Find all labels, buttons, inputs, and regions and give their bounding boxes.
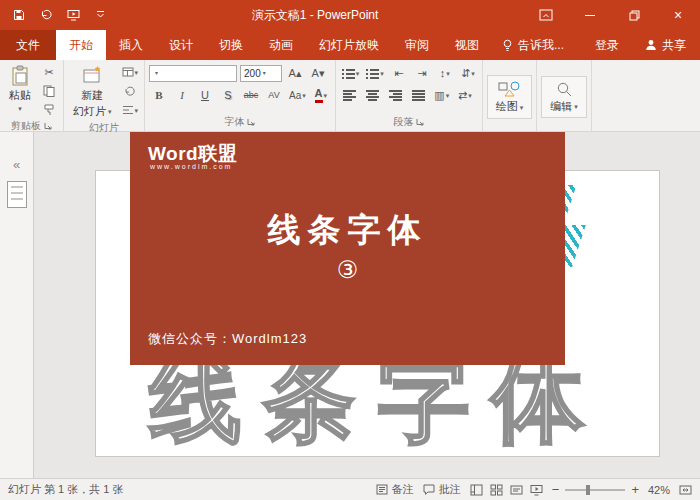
dialog-launcher-icon[interactable] (247, 118, 255, 126)
columns-icon: ▥ (434, 89, 444, 102)
chevron-down-icon: ▾ (324, 92, 328, 99)
notes-button[interactable]: 备注 (376, 482, 414, 497)
align-left-icon (343, 90, 356, 101)
paste-button[interactable]: 粘贴 ▾ (4, 63, 36, 114)
paragraph-group: ▾ ▾ ⇤ ⇥ ↕▾ ⇵▾ ▥▾ ⇄▾ (336, 60, 483, 131)
drawing-label: 绘图 (496, 100, 518, 114)
slides-group: 新建 幻灯片▾ ▾ ▾ 幻灯片 (64, 60, 145, 131)
chevron-down-icon: ▾ (471, 70, 475, 77)
share-button[interactable]: 共享 (631, 30, 700, 60)
justify-button[interactable] (409, 86, 429, 104)
card-number: ③ (130, 256, 565, 284)
character-spacing-button[interactable]: AV (264, 86, 284, 104)
collapse-pane-button[interactable]: « (13, 158, 20, 171)
increase-font-button[interactable]: A▴ (285, 64, 305, 82)
tab-file[interactable]: 文件 (0, 30, 56, 60)
format-painter-button[interactable] (39, 101, 59, 119)
align-left-button[interactable] (340, 86, 360, 104)
tab-review[interactable]: 审阅 (392, 30, 442, 60)
chevron-down-icon: ▾ (18, 105, 22, 112)
increase-indent-button[interactable]: ⇥ (412, 64, 432, 82)
tab-home[interactable]: 开始 (56, 30, 106, 60)
slide-sorter-view-button[interactable] (490, 484, 503, 496)
chevron-down-icon: ▾ (380, 70, 384, 77)
status-bar: 幻灯片 第 1 张，共 1 张 备注 批注 − + 42% (0, 478, 700, 500)
card-title: 线条字体 (130, 208, 565, 253)
normal-view-button[interactable] (470, 484, 483, 496)
underline-button[interactable]: U (195, 86, 215, 104)
slideshow-view-button[interactable] (530, 484, 543, 496)
ribbon-display-options-button[interactable] (524, 0, 568, 30)
editing-button[interactable]: 编辑▾ (541, 76, 587, 119)
tell-me-box[interactable]: 告诉我... (492, 30, 574, 60)
numbered-list-icon (366, 68, 379, 79)
comments-button[interactable]: 批注 (423, 482, 461, 497)
tab-view[interactable]: 视图 (442, 30, 492, 60)
tab-transitions[interactable]: 切换 (206, 30, 256, 60)
zoom-slider-thumb[interactable] (586, 485, 590, 495)
bullet-list-button[interactable]: ▾ (340, 64, 362, 82)
convert-smartart-button[interactable]: ⇄▾ (455, 86, 475, 104)
qat-customize-button[interactable] (88, 4, 112, 26)
copy-button[interactable] (39, 82, 59, 100)
zoom-out-button[interactable]: − (552, 483, 560, 496)
italic-button[interactable]: I (172, 86, 192, 104)
tab-animations[interactable]: 动画 (256, 30, 306, 60)
dialog-launcher-icon[interactable] (44, 122, 52, 130)
font-group-label: 字体 (224, 115, 244, 129)
tab-slideshow[interactable]: 幻灯片放映 (306, 30, 392, 60)
text-shadow-button[interactable]: S (218, 86, 238, 104)
change-case-button[interactable]: Aa▾ (287, 86, 308, 104)
undo-button[interactable] (34, 4, 58, 26)
drawing-button[interactable]: 绘图▾ (487, 75, 533, 119)
decrease-font-button[interactable]: A▾ (308, 64, 328, 82)
paste-label: 粘贴 (9, 89, 31, 103)
cut-button[interactable]: ✂ (39, 63, 59, 81)
zoom-in-button[interactable]: + (631, 483, 639, 496)
columns-button[interactable]: ▥▾ (432, 86, 452, 104)
tell-me-label: 告诉我... (518, 37, 564, 54)
dialog-launcher-icon[interactable] (416, 118, 424, 126)
tab-design[interactable]: 设计 (156, 30, 206, 60)
section-button[interactable]: ▾ (120, 101, 141, 119)
bold-button[interactable]: B (149, 86, 169, 104)
clipboard-group: 粘贴 ▾ ✂ 剪贴板 (0, 60, 64, 131)
zoom-level[interactable]: 42% (648, 484, 670, 496)
slide-thumbnail[interactable] (7, 181, 27, 208)
start-slideshow-button[interactable] (61, 4, 85, 26)
save-button[interactable] (7, 4, 31, 26)
new-slide-icon (82, 65, 102, 87)
window-title: 演示文稿1 - PowerPoint (120, 7, 510, 24)
font-size-combo[interactable]: 200 ▾ (240, 65, 282, 82)
minimize-button[interactable] (568, 0, 612, 30)
clipboard-group-label: 剪贴板 (11, 119, 41, 133)
new-slide-button[interactable]: 新建 幻灯片▾ (68, 63, 117, 121)
font-color-button[interactable]: A▾ (311, 86, 331, 104)
sign-in-button[interactable]: 登录 (583, 30, 631, 60)
align-right-button[interactable] (386, 86, 406, 104)
tab-insert[interactable]: 插入 (106, 30, 156, 60)
text-direction-button[interactable]: ⇵▾ (458, 64, 478, 82)
strikethrough-button[interactable]: abc (241, 86, 261, 104)
close-button[interactable]: × (656, 0, 700, 30)
align-center-button[interactable] (363, 86, 383, 104)
scissors-icon: ✂ (44, 66, 53, 79)
justify-icon (412, 90, 425, 101)
line-spacing-button[interactable]: ↕▾ (435, 64, 455, 82)
decrease-indent-button[interactable]: ⇤ (389, 64, 409, 82)
chevron-down-icon: ▾ (263, 70, 266, 76)
restore-button[interactable] (612, 0, 656, 30)
copy-icon (43, 85, 55, 97)
layout-button[interactable]: ▾ (120, 63, 141, 81)
chevron-down-icon: ▾ (108, 108, 112, 115)
fit-to-window-button[interactable] (679, 484, 692, 496)
change-case-label: Aa (289, 90, 301, 101)
font-name-combo[interactable]: ▾ (149, 65, 237, 82)
minimize-icon (585, 15, 595, 16)
numbered-list-button[interactable]: ▾ (364, 64, 386, 82)
reading-view-button[interactable] (510, 484, 523, 496)
zoom-slider[interactable] (565, 489, 625, 491)
reset-slide-button[interactable] (120, 82, 141, 100)
titlebar: 演示文稿1 - PowerPoint × (0, 0, 700, 30)
wordlm-url: www.wordlm.com (150, 163, 232, 170)
